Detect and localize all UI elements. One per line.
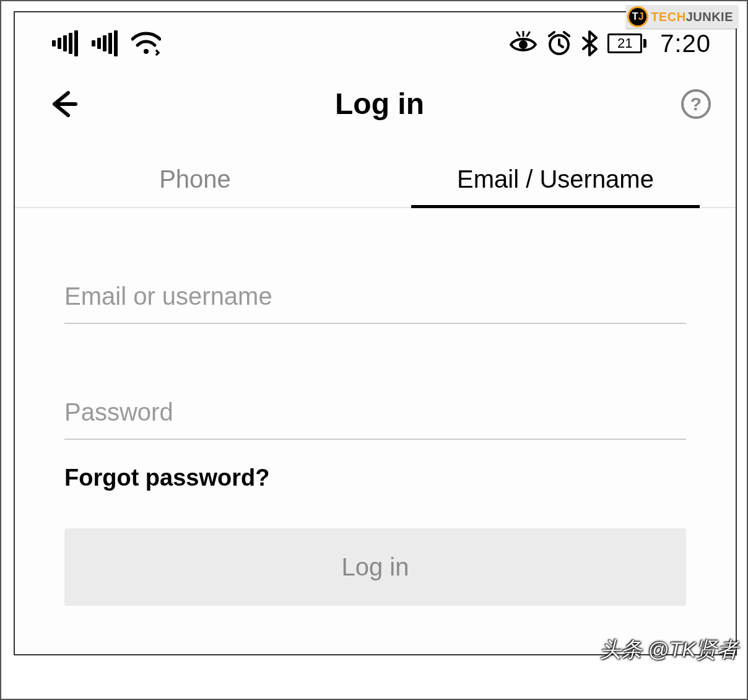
nav-header: Log in ? bbox=[15, 68, 736, 127]
email-username-input[interactable] bbox=[64, 264, 686, 324]
battery-icon: 21 bbox=[607, 33, 646, 53]
tab-email-label: Email / Username bbox=[457, 165, 654, 193]
phone-screen: 21 7:20 Log in ? Phone Email / Username bbox=[14, 11, 737, 655]
techjunkie-text: TECHJUNKIE bbox=[651, 10, 733, 24]
forgot-password-link[interactable]: Forgot password? bbox=[64, 465, 686, 491]
status-left bbox=[52, 30, 161, 56]
tab-phone[interactable]: Phone bbox=[15, 152, 375, 207]
question-mark-icon: ? bbox=[690, 94, 702, 115]
techjunkie-logo-icon: TJ bbox=[627, 6, 648, 27]
signal-icon-1 bbox=[52, 30, 78, 56]
clock: 7:20 bbox=[660, 30, 711, 58]
bluetooth-icon bbox=[581, 30, 598, 56]
login-button[interactable]: Log in bbox=[64, 528, 686, 606]
eye-icon bbox=[510, 31, 537, 56]
tab-email-username[interactable]: Email / Username bbox=[375, 152, 736, 207]
page-title: Log in bbox=[335, 87, 424, 121]
back-button[interactable] bbox=[46, 88, 78, 120]
tab-phone-label: Phone bbox=[159, 165, 231, 193]
wifi-icon bbox=[131, 32, 161, 56]
login-tabs: Phone Email / Username bbox=[15, 152, 736, 208]
password-input[interactable] bbox=[64, 380, 686, 440]
watermark-text: 头条 @TK贤者 bbox=[600, 636, 738, 664]
login-form: Forgot password? Log in bbox=[15, 208, 736, 606]
help-button[interactable]: ? bbox=[681, 89, 711, 119]
svg-point-0 bbox=[144, 49, 149, 54]
battery-level: 21 bbox=[617, 35, 632, 51]
techjunkie-badge: TJ TECHJUNKIE bbox=[626, 5, 738, 28]
login-button-label: Log in bbox=[342, 553, 409, 580]
signal-icon-2 bbox=[92, 30, 118, 56]
status-right: 21 7:20 bbox=[510, 30, 711, 58]
svg-point-1 bbox=[519, 40, 528, 49]
alarm-icon bbox=[547, 31, 572, 56]
forgot-password-label: Forgot password? bbox=[64, 465, 269, 491]
